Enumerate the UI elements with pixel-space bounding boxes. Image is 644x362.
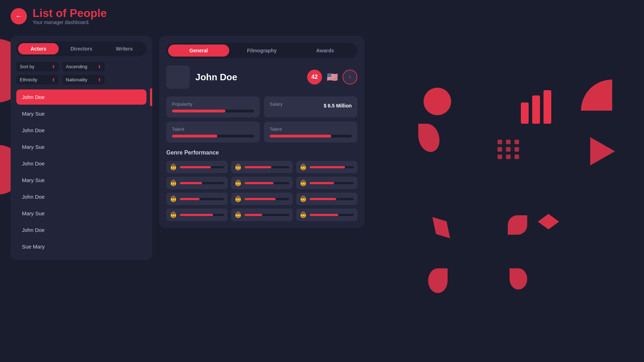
person-item-8[interactable]: John Doe bbox=[16, 222, 146, 238]
genre-item-2: 🤠 bbox=[296, 161, 357, 173]
genre-icon-1: 🤠 bbox=[235, 164, 242, 170]
genre-bar-3 bbox=[180, 182, 202, 184]
ethnicity-chevron: ⬆ bbox=[52, 77, 55, 82]
tab-awards[interactable]: Awards bbox=[294, 45, 356, 57]
genre-performance-section: Genre Performance 🤠 🤠 bbox=[166, 150, 357, 221]
stat-salary: Salary $ 6.5 Million bbox=[264, 97, 357, 117]
stat-talent-1: Talent bbox=[166, 122, 260, 142]
person-item-3[interactable]: Mary Sue bbox=[16, 139, 146, 154]
genre-bar-wrap-6 bbox=[180, 198, 224, 200]
genre-item-1: 🤠 bbox=[231, 161, 292, 173]
genre-bar-10 bbox=[245, 214, 262, 216]
flag-badge: 🇺🇸 bbox=[325, 70, 340, 84]
stat-salary-value: $ 6.5 Million bbox=[324, 103, 352, 109]
genre-bar-9 bbox=[180, 214, 213, 216]
genre-bar-wrap-0 bbox=[180, 166, 224, 168]
tab-general[interactable]: General bbox=[168, 45, 229, 57]
profile-name: John Doe bbox=[195, 72, 301, 83]
genre-item-4: 🤠 bbox=[231, 177, 292, 189]
genre-bar-0 bbox=[180, 166, 211, 168]
genre-icon-7: 🤠 bbox=[235, 195, 242, 202]
person-item-1[interactable]: Mary Sue bbox=[16, 106, 146, 121]
stat-talent-1-label: Talent bbox=[172, 127, 254, 132]
genre-bar-5 bbox=[310, 182, 334, 184]
nationality-filter[interactable]: Nationality ⬆ bbox=[62, 75, 105, 84]
profile-badges: 42 🇺🇸 ♀ bbox=[307, 70, 357, 84]
genre-item-0: 🤠 bbox=[166, 161, 228, 173]
genre-bar-11 bbox=[310, 214, 338, 216]
sort-by-label: Sort by bbox=[20, 64, 34, 69]
tab-directors[interactable]: Directors bbox=[61, 43, 102, 54]
person-item-7[interactable]: Mary Sue bbox=[16, 206, 146, 221]
genre-bar-wrap-10 bbox=[245, 214, 289, 216]
stat-popularity-bar bbox=[172, 110, 225, 112]
genre-item-5: 🤠 bbox=[296, 177, 357, 189]
stat-salary-row: Salary $ 6.5 Million bbox=[270, 101, 352, 110]
tab-filmography[interactable]: Filmography bbox=[231, 45, 293, 57]
stat-popularity-bar-container bbox=[172, 110, 254, 112]
bg-leaf-3 bbox=[428, 268, 448, 293]
people-list: John Doe Mary Sue John Doe Mary Sue John… bbox=[16, 89, 146, 254]
genre-bar-1 bbox=[245, 166, 271, 168]
genre-item-11: 🤠 bbox=[296, 209, 357, 221]
person-item-0[interactable]: John Doe bbox=[16, 89, 146, 105]
sort-order-filter[interactable]: Ascending ⬆ bbox=[62, 62, 105, 71]
genre-icon-9: 🤠 bbox=[170, 211, 177, 218]
genre-item-10: 🤠 bbox=[231, 209, 292, 221]
left-panel: Actors Directors Writers Sort by ⬆ Ascen… bbox=[11, 36, 152, 260]
ethnicity-label: Ethnicity bbox=[20, 77, 37, 82]
content-layout: Actors Directors Writers Sort by ⬆ Ascen… bbox=[11, 36, 633, 260]
main-container: ← List of People Your manager dashboard.… bbox=[0, 0, 644, 267]
stat-talent-2-label: Talent bbox=[270, 127, 352, 132]
person-item-9[interactable]: Sue Mary bbox=[16, 239, 146, 254]
category-tabs: Actors Directors Writers bbox=[16, 41, 146, 56]
tab-writers[interactable]: Writers bbox=[104, 43, 145, 54]
genre-icon-10: 🤠 bbox=[235, 211, 242, 218]
genre-bar-8 bbox=[310, 198, 336, 200]
genre-bar-wrap-8 bbox=[310, 198, 354, 200]
header-text: List of People Your manager dashboard. bbox=[33, 7, 107, 25]
stat-popularity: Popularity bbox=[166, 97, 260, 117]
stat-popularity-label: Popularity bbox=[172, 101, 254, 107]
right-panel: General Filmography Awards John Doe 42 🇺… bbox=[159, 36, 364, 228]
avatar bbox=[166, 65, 190, 89]
sort-order-chevron: ⬆ bbox=[98, 64, 101, 69]
genre-bar-wrap-5 bbox=[310, 182, 354, 184]
stat-salary-label: Salary bbox=[270, 101, 283, 107]
header: ← List of People Your manager dashboard. bbox=[11, 7, 633, 25]
person-item-4[interactable]: John Doe bbox=[16, 156, 146, 171]
genre-icon-5: 🤠 bbox=[300, 180, 307, 186]
genre-icon-4: 🤠 bbox=[235, 180, 242, 186]
stat-talent-1-bar bbox=[172, 135, 217, 138]
genre-icon-2: 🤠 bbox=[300, 164, 307, 170]
genre-item-8: 🤠 bbox=[296, 193, 357, 205]
genre-grid: 🤠 🤠 🤠 bbox=[166, 161, 357, 221]
genre-bar-6 bbox=[180, 198, 200, 200]
tab-actors[interactable]: Actors bbox=[18, 43, 59, 54]
ethnicity-filter[interactable]: Ethnicity ⬆ bbox=[16, 75, 59, 84]
stat-talent-1-bar-container bbox=[172, 135, 254, 138]
genre-item-7: 🤠 bbox=[231, 193, 292, 205]
sort-by-filter[interactable]: Sort by ⬆ bbox=[16, 62, 59, 71]
back-button[interactable]: ← bbox=[11, 8, 27, 24]
person-item-6[interactable]: John Doe bbox=[16, 189, 146, 204]
stat-talent-2-bar bbox=[270, 135, 331, 138]
page-subtitle: Your manager dashboard. bbox=[33, 19, 107, 25]
genre-icon-6: 🤠 bbox=[170, 195, 177, 202]
genre-item-3: 🤠 bbox=[166, 177, 228, 189]
genre-bar-7 bbox=[245, 198, 276, 200]
genre-item-9: 🤠 bbox=[166, 209, 228, 221]
nationality-chevron: ⬆ bbox=[98, 77, 101, 82]
person-item-2[interactable]: John Doe bbox=[16, 123, 146, 138]
genre-icon-11: 🤠 bbox=[300, 211, 307, 218]
genre-performance-title: Genre Performance bbox=[166, 150, 357, 156]
person-item-5[interactable]: Mary Sue bbox=[16, 173, 146, 188]
genre-bar-wrap-1 bbox=[245, 166, 289, 168]
sort-order-label: Ascending bbox=[66, 64, 87, 69]
detail-tabs: General Filmography Awards bbox=[166, 43, 357, 58]
genre-bar-2 bbox=[310, 166, 345, 168]
genre-bar-wrap-11 bbox=[310, 214, 354, 216]
gender-badge: ♀ bbox=[343, 70, 357, 84]
genre-bar-wrap-2 bbox=[310, 166, 354, 168]
genre-bar-wrap-3 bbox=[180, 182, 224, 184]
